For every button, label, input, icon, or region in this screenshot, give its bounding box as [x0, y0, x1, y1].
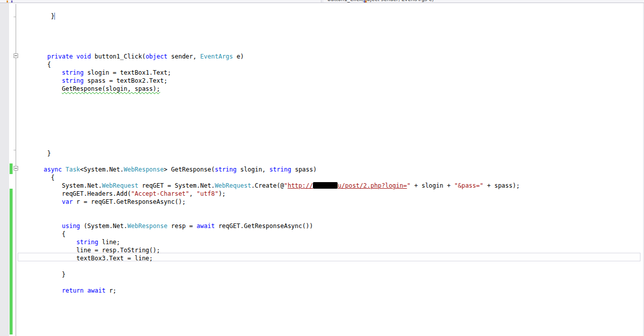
- code-token: [18, 85, 62, 92]
- code-token: reqGET = System.Net.: [138, 182, 215, 189]
- code-token: spass = textBox2.Text;: [84, 77, 167, 84]
- code-line[interactable]: var r = reqGET.GetResponseAsync();: [18, 198, 185, 206]
- code-token: ": [284, 182, 287, 189]
- text-caret: [54, 13, 55, 20]
- code-token: }: [18, 13, 54, 20]
- code-token: string: [270, 166, 291, 173]
- code-token: "&pass=": [454, 182, 483, 189]
- code-token: [18, 166, 44, 173]
- member-dropdown-text-fragment: button1_Click(object sender, EventArgs e…: [328, 0, 434, 2]
- code-token: r;: [105, 287, 116, 294]
- code-line[interactable]: string slogin = textBox1.Text;: [18, 69, 171, 77]
- code-token: http://: [288, 182, 313, 189]
- code-token: private: [47, 53, 73, 60]
- fold-collapse-button[interactable]: [14, 53, 18, 58]
- code-token: <System.Net.: [80, 166, 124, 173]
- fold-end-tick: [14, 150, 16, 150]
- code-token: WebRequest: [102, 182, 138, 189]
- code-token: void: [77, 53, 91, 60]
- fold-collapse-button[interactable]: [14, 166, 18, 171]
- code-token: + spass);: [483, 182, 520, 189]
- code-line[interactable]: return await r;: [18, 287, 116, 295]
- code-token: EventArgs: [200, 53, 233, 60]
- code-token: reqGET.Headers.Add(: [18, 190, 131, 197]
- code-line[interactable]: GetResponse(slogin, spass);: [18, 85, 160, 93]
- code-token: line;: [98, 239, 120, 246]
- code-token: [18, 53, 47, 60]
- change-tracking-bar: [10, 163, 13, 174]
- code-line[interactable]: string spass = textBox2.Text;: [18, 77, 167, 85]
- code-token: reqGET.GetResponseAsync()): [215, 222, 313, 230]
- code-token: {: [18, 174, 54, 181]
- code-line[interactable]: private void button1_Click(object sender…: [18, 52, 244, 61]
- navigation-bar: button1_Click(object sender, EventArgs e…: [0, 0, 644, 3]
- code-line[interactable]: line = resp.ToString();: [18, 246, 160, 254]
- code-token: );: [218, 190, 225, 197]
- code-token: ": [407, 182, 411, 189]
- code-token: + slogin +: [411, 182, 455, 189]
- code-line[interactable]: string line;: [18, 238, 120, 246]
- code-token: string: [62, 77, 84, 84]
- code-line[interactable]: }: [18, 12, 55, 20]
- code-line[interactable]: {: [18, 61, 51, 69]
- member-icon-fragment-yellow: [366, 1, 367, 3]
- code-token: object: [146, 53, 167, 60]
- code-token: [18, 77, 62, 84]
- code-token: {: [18, 231, 66, 238]
- code-line[interactable]: using (System.Net.WebResponse resp = awa…: [18, 222, 313, 230]
- code-token: u/post/2.php?login=: [338, 182, 407, 189]
- code-token: [18, 222, 62, 230]
- code-token: line = resp.ToString();: [18, 247, 160, 254]
- code-token: [18, 198, 62, 205]
- code-token: await: [197, 222, 215, 230]
- code-token: e): [233, 53, 244, 60]
- icon-fragment-purple: [11, 1, 13, 3]
- code-token: string: [62, 69, 84, 76]
- code-token: }: [18, 271, 66, 278]
- code-token: r = reqGET.GetResponseAsync();: [73, 198, 185, 205]
- code-line[interactable]: textBox3.Text = line;: [18, 254, 153, 262]
- code-token: spass): [291, 166, 317, 173]
- icon-fragment-orange: [7, 1, 8, 3]
- code-line[interactable]: }: [18, 149, 51, 157]
- code-token: string: [77, 239, 98, 246]
- code-token: using: [62, 222, 80, 230]
- code-token: resp =: [167, 222, 197, 230]
- code-token: > GetResponse(: [164, 166, 215, 173]
- code-token: WebResponse: [127, 222, 167, 230]
- code-token: sender,: [167, 53, 200, 60]
- code-token: [62, 166, 66, 173]
- code-token: ,: [189, 190, 197, 197]
- fold-end-tick: [14, 17, 16, 17]
- code-token: [18, 287, 62, 294]
- change-tracking-bar: [10, 189, 13, 334]
- code-token: "Accept-Charset": [131, 190, 189, 197]
- code-token: }: [18, 150, 51, 157]
- code-token: [73, 53, 76, 60]
- code-token: GetResponse(slogin, spass);: [62, 85, 160, 92]
- code-line[interactable]: reqGET.Headers.Add("Accept-Charset", "ut…: [18, 190, 226, 198]
- code-token: string: [215, 166, 236, 173]
- code-token: WebResponse: [124, 166, 164, 173]
- code-token: "utf8": [197, 190, 218, 197]
- code-token: slogin = textBox1.Text;: [84, 69, 171, 76]
- code-token: (System.Net.: [80, 222, 127, 230]
- indicator-margin: [0, 3, 9, 336]
- code-line[interactable]: {: [18, 230, 66, 238]
- redaction-box: [313, 182, 338, 189]
- code-token: [18, 239, 77, 246]
- code-line[interactable]: System.Net.WebRequest reqGET = System.Ne…: [18, 182, 520, 190]
- code-token: return: [62, 287, 84, 294]
- code-token: WebRequest: [215, 182, 251, 189]
- code-line[interactable]: async Task<System.Net.WebResponse> GetRe…: [18, 165, 317, 174]
- code-line[interactable]: {: [18, 174, 54, 182]
- code-token: async: [44, 166, 62, 173]
- code-token: textBox3.Text = line;: [18, 255, 153, 262]
- code-line[interactable]: }: [18, 270, 66, 278]
- code-token: button1_Click(: [91, 53, 146, 60]
- code-token: [18, 69, 62, 76]
- dropdown-separator: [321, 0, 321, 3]
- code-editor[interactable]: } private void button1_Click(object send…: [0, 0, 644, 336]
- code-token: System.Net.: [18, 182, 102, 189]
- code-token: await: [87, 287, 105, 294]
